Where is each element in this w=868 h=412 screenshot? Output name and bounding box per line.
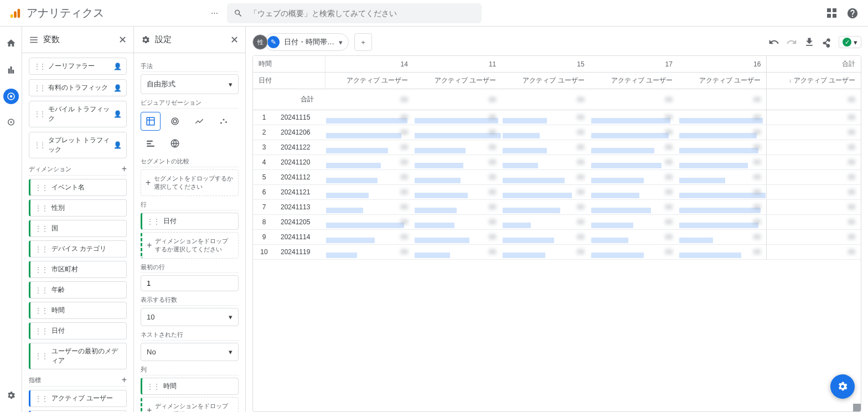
- help-icon[interactable]: [846, 7, 859, 20]
- row-date[interactable]: 20241113: [275, 200, 325, 215]
- dimension-chip[interactable]: ⋮⋮性別: [29, 199, 127, 217]
- more-menu-icon[interactable]: ⋯: [211, 9, 218, 17]
- col-drop-zone[interactable]: +ディメンションをドロップするか選択してください: [141, 397, 239, 412]
- svg-rect-13: [147, 143, 151, 144]
- data-cell: 88: [414, 185, 502, 200]
- blurred-value: 88: [325, 89, 414, 110]
- hour-col[interactable]: 15: [502, 56, 590, 73]
- segment-chip[interactable]: ⋮⋮有料のトラフィック👤: [29, 79, 127, 96]
- metric-header[interactable]: アクティブ ユーザー: [325, 73, 414, 89]
- data-cell: 88: [678, 125, 767, 140]
- row-dimension-chip[interactable]: ⋮⋮日付: [141, 213, 239, 230]
- chevron-down-icon[interactable]: ▾: [339, 38, 343, 47]
- row-date[interactable]: 20241112: [275, 170, 325, 185]
- data-cell: 88: [502, 140, 590, 155]
- metric-header[interactable]: アクティブ ユーザー: [414, 73, 502, 89]
- dimension-chip[interactable]: ⋮⋮イベント名: [29, 179, 127, 196]
- rail-admin-icon[interactable]: [3, 388, 19, 403]
- row-date[interactable]: 20241122: [275, 140, 325, 155]
- row-index: 7: [253, 200, 275, 215]
- search-bar[interactable]: [227, 3, 482, 23]
- segment-chip[interactable]: ⋮⋮ノーリファラー👤: [29, 58, 127, 75]
- undo-icon[interactable]: [768, 36, 780, 48]
- data-cell: 88: [414, 215, 502, 230]
- dimension-chip[interactable]: ⋮⋮日付: [29, 322, 127, 339]
- dimension-chip[interactable]: ⋮⋮年齢: [29, 281, 127, 298]
- row-date[interactable]: 20241206: [275, 125, 325, 140]
- viz-line-icon[interactable]: [189, 112, 209, 131]
- data-cell: 88: [502, 230, 590, 245]
- viz-table-icon[interactable]: [141, 112, 161, 131]
- dimension-chip[interactable]: ⋮⋮国: [29, 220, 127, 237]
- metric-header[interactable]: アクティブ ユーザー: [678, 73, 767, 89]
- data-cell: 88: [502, 200, 590, 215]
- search-input[interactable]: [250, 9, 475, 18]
- add-metric-icon[interactable]: +: [122, 375, 127, 385]
- svg-rect-14: [147, 146, 154, 147]
- logo[interactable]: アナリティクス: [9, 6, 104, 20]
- close-settings-icon[interactable]: ✕: [230, 34, 239, 46]
- show-rows-select[interactable]: 10▾: [141, 308, 239, 326]
- nested-label: ネストされた行: [141, 331, 239, 341]
- technique-select[interactable]: 自由形式▾: [141, 74, 239, 94]
- tab-badge[interactable]: 性: [252, 34, 268, 50]
- dimension-chip[interactable]: ⋮⋮市区町村: [29, 261, 127, 278]
- nested-select[interactable]: No▾: [141, 343, 239, 361]
- data-cell: 88: [502, 185, 590, 200]
- rail-ads-icon[interactable]: [3, 115, 19, 131]
- download-icon[interactable]: [803, 36, 815, 48]
- insights-fab[interactable]: [830, 374, 855, 399]
- row-total-cell: 88: [767, 140, 861, 155]
- svg-point-11: [225, 121, 227, 123]
- hour-col[interactable]: 14: [325, 56, 414, 73]
- tab-chip[interactable]: ✎ 日付・時間帯… ▾: [265, 33, 349, 51]
- close-variables-icon[interactable]: ✕: [118, 34, 127, 46]
- first-row-input[interactable]: [141, 275, 239, 291]
- segment-chip[interactable]: ⋮⋮タブレット トラフィック👤: [29, 132, 127, 158]
- rail-home-icon[interactable]: [3, 35, 19, 51]
- dimension-chip[interactable]: ⋮⋮時間: [29, 302, 127, 319]
- row-drop-zone[interactable]: +ディメンションをドロップするか選択してください: [141, 232, 239, 259]
- data-cell: 88: [325, 125, 414, 140]
- metric-header[interactable]: アクティブ ユーザー: [502, 73, 590, 89]
- data-cell: 88: [678, 230, 767, 245]
- dimension-chip[interactable]: ⋮⋮デバイス カテゴリ: [29, 240, 127, 258]
- row-date[interactable]: 20241119: [275, 245, 325, 260]
- metric-chip[interactable]: ⋮⋮アクティブ ユーザー: [29, 390, 127, 407]
- segment-drop-zone[interactable]: +セグメントをドロップするか選択してください: [141, 169, 239, 196]
- sample-status[interactable]: ✓▾: [839, 36, 861, 48]
- viz-donut-icon[interactable]: [165, 112, 185, 131]
- rail-reports-icon[interactable]: [3, 62, 19, 78]
- apps-icon[interactable]: [825, 7, 838, 20]
- row-total-cell: 88: [767, 170, 861, 185]
- rail-explore-icon[interactable]: [3, 89, 19, 104]
- dimension-chip[interactable]: ⋮⋮ユーザーの最初のメディア: [29, 343, 127, 369]
- hour-col[interactable]: 11: [414, 56, 502, 73]
- share-icon[interactable]: [821, 36, 833, 48]
- hour-col[interactable]: 16: [678, 56, 767, 73]
- data-cell: 88: [678, 110, 767, 125]
- row-date[interactable]: 20241114: [275, 230, 325, 245]
- segment-chip[interactable]: ⋮⋮モバイル トラフィック👤: [29, 101, 127, 127]
- viz-scatter-icon[interactable]: [214, 112, 234, 131]
- data-cell: 88: [590, 200, 678, 215]
- viz-geo-icon[interactable]: [165, 134, 185, 153]
- add-tab-button[interactable]: +: [354, 33, 372, 51]
- metric-header-total[interactable]: ↓ アクティブ ユーザー: [767, 73, 861, 89]
- hour-col[interactable]: 17: [590, 56, 678, 73]
- scroll-corner: [853, 404, 861, 411]
- add-dimension-icon[interactable]: +: [122, 164, 127, 174]
- redo-icon[interactable]: [786, 36, 798, 48]
- svg-rect-1: [14, 11, 17, 18]
- col-dimension-chip[interactable]: ⋮⋮時間: [141, 378, 239, 395]
- show-rows-label: 表示する行数: [141, 296, 239, 306]
- data-cell: 88: [590, 155, 678, 170]
- row-date[interactable]: 20241120: [275, 155, 325, 170]
- row-date[interactable]: 20241115: [275, 110, 325, 125]
- row-date[interactable]: 20241205: [275, 215, 325, 230]
- viz-bar-icon[interactable]: [141, 134, 161, 153]
- row-date[interactable]: 20241121: [275, 185, 325, 200]
- rows-label: 行: [141, 200, 239, 210]
- check-icon: ✓: [843, 38, 851, 47]
- metric-header[interactable]: アクティブ ユーザー: [590, 73, 678, 89]
